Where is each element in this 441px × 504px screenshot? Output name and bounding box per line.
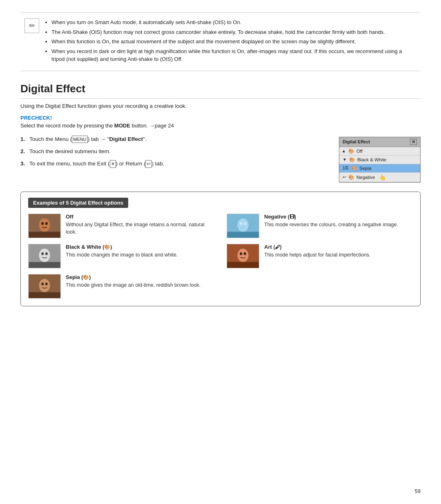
step-3: 3. To exit the menu, touch the Exit (✕) …: [20, 160, 331, 168]
example-art-text: Art (🖌) This mode helps adjust for facia…: [264, 244, 413, 259]
svg-point-13: [45, 252, 48, 255]
svg-point-7: [240, 222, 242, 225]
example-off: Off Without any Digital Effect, the imag…: [28, 214, 214, 238]
exit-icon: ✕: [110, 160, 116, 168]
examples-box: Examples of 5 Digital Effect options Off…: [20, 192, 421, 306]
example-sepia: Sepia (🎨) This mode gives the image an o…: [28, 274, 214, 299]
menu-icon: MENU: [72, 136, 87, 143]
svg-rect-19: [227, 262, 258, 268]
thumb-negative-svg: [227, 214, 259, 238]
example-art-name: Art (🖌): [264, 244, 413, 250]
menu-panel: Digital Effect ✕ ▲ 🎨 Off ▼ 🎨 Black & Whi…: [339, 137, 421, 183]
svg-point-23: [45, 282, 48, 285]
svg-point-18: [244, 252, 246, 255]
menu-off-icon: 🎨: [348, 148, 354, 154]
thumb-art: [227, 244, 259, 268]
example-sepia-desc: This mode gives the image an old-time, r…: [66, 281, 214, 289]
menu-title: Digital Effect: [343, 139, 370, 144]
example-art: Art (🖌) This mode helps adjust for facia…: [227, 244, 413, 268]
menu-bw-label: Black & White: [357, 157, 387, 162]
example-off-name: Off: [66, 214, 214, 220]
note-icon: ✏: [24, 18, 39, 33]
menu-header: Digital Effect ✕: [339, 137, 420, 147]
example-negative: Negative (🎞) This mode reverses the colo…: [227, 214, 413, 238]
example-bw-name: Black & White (🎨): [66, 244, 214, 250]
thumb-bw-svg: [29, 244, 60, 268]
up-arrow-icon: ▲: [342, 149, 346, 153]
menu-close-btn: ✕: [410, 139, 417, 145]
svg-point-12: [41, 252, 44, 255]
menu-off-label: Off: [356, 149, 363, 154]
example-art-desc: This mode helps adjust for facial imperf…: [264, 251, 413, 259]
return-arrow-icon: ↩: [343, 175, 346, 179]
svg-rect-14: [29, 262, 60, 268]
menu-row-negative: ↩ 🎨 Negative 👆: [339, 173, 420, 182]
note-item-2: The Anti-Shake (OIS) function may not co…: [51, 28, 416, 36]
example-negative-name: Negative (🎞): [264, 214, 413, 220]
svg-rect-24: [29, 292, 60, 298]
examples-title: Examples of 5 Digital Effect options: [28, 198, 128, 208]
section-title: Digital Effect: [20, 83, 421, 99]
svg-point-11: [39, 248, 50, 262]
menu-sepia-label: Sepia: [359, 166, 371, 171]
thumb-off: [28, 214, 61, 238]
thumb-art-svg: [227, 244, 259, 268]
thumb-off-svg: [29, 214, 60, 238]
svg-point-17: [240, 252, 242, 255]
precheck-text: Select the record mode by pressing the M…: [20, 123, 421, 129]
thumb-bw: [28, 244, 61, 268]
example-sepia-name: Sepia (🎨): [66, 274, 214, 280]
cursor-hint: 👆: [379, 174, 386, 181]
menu-row-bw: ▼ 🎨 Black & White: [339, 156, 420, 164]
example-sepia-text: Sepia (🎨) This mode gives the image an o…: [66, 274, 214, 289]
down-arrow-icon: ▼: [343, 157, 347, 162]
svg-point-1: [39, 218, 50, 232]
menu-sepia-icon: 🎨: [351, 165, 357, 171]
examples-grid: Off Without any Digital Effect, the imag…: [28, 214, 413, 299]
note-list: When you turn on Smart Auto mode, it aut…: [44, 18, 416, 63]
example-off-desc: Without any Digital Effect, the image re…: [66, 221, 214, 236]
menu-neg-icon: 🎨: [348, 174, 354, 180]
menu-neg-label: Negative: [356, 175, 375, 180]
note-item-3: When this function is On, the actual mov…: [51, 38, 416, 46]
svg-point-2: [41, 222, 44, 225]
menu-nav-up: ▲ 🎨 Off: [339, 147, 420, 156]
steps-list: 1. Touch the Menu (MENU) tab → "Digital …: [20, 135, 331, 183]
svg-rect-9: [227, 232, 258, 238]
thumb-sepia-svg: [29, 274, 60, 298]
svg-point-16: [237, 248, 248, 262]
menu-screenshot: Digital Effect ✕ ▲ 🎨 Off ▼ 🎨 Black & Whi…: [339, 137, 421, 183]
example-bw: Black & White (🎨) This mode changes the …: [28, 244, 214, 268]
svg-rect-4: [29, 232, 60, 238]
thumb-sepia: [28, 274, 61, 299]
thumb-negative: [227, 214, 259, 238]
note-content: When you turn on Smart Auto mode, it aut…: [44, 18, 416, 65]
example-bw-text: Black & White (🎨) This mode changes the …: [66, 244, 214, 259]
example-negative-desc: This mode reverses the colours, creating…: [264, 221, 413, 228]
page-number: 59: [415, 488, 421, 494]
svg-point-21: [39, 279, 50, 292]
return-icon: ↩: [145, 160, 151, 168]
steps-ol: 1. Touch the Menu (MENU) tab → "Digital …: [20, 135, 331, 168]
step-1: 1. Touch the Menu (MENU) tab → "Digital …: [20, 135, 331, 143]
svg-point-22: [41, 282, 44, 285]
svg-point-8: [244, 222, 246, 225]
svg-point-6: [237, 218, 248, 232]
note-item-4: When you record in dark or dim light at …: [51, 47, 416, 63]
svg-point-3: [45, 222, 48, 225]
menu-row-sepia-selected: 1/E 🎨 Sepia: [339, 164, 420, 173]
example-off-text: Off Without any Digital Effect, the imag…: [66, 214, 214, 236]
note-item-1: When you turn on Smart Auto mode, it aut…: [51, 18, 416, 27]
example-bw-desc: This mode changes the image to black and…: [66, 251, 214, 259]
example-negative-text: Negative (🎞) This mode reverses the colo…: [264, 214, 413, 228]
menu-sepia-counter: 1/E: [343, 166, 349, 170]
precheck-label: PRECHECK!: [20, 115, 421, 121]
intro-text: Using the Digital Effect function gives …: [20, 103, 421, 109]
note-box: ✏ When you turn on Smart Auto mode, it a…: [20, 12, 421, 71]
steps-row: 1. Touch the Menu (MENU) tab → "Digital …: [20, 135, 421, 183]
menu-bw-icon: 🎨: [349, 157, 355, 163]
step-2: 2. Touch the desired submenu item.: [20, 147, 331, 156]
